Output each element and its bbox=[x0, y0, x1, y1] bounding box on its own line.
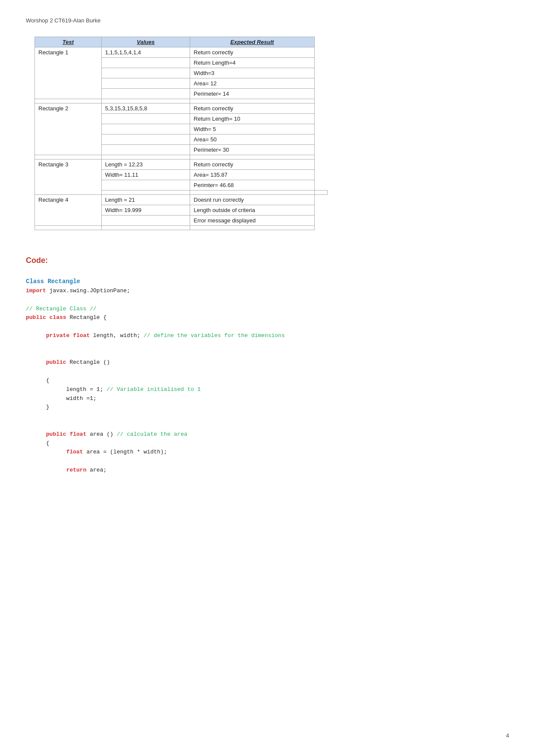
col-test: Test bbox=[35, 37, 102, 47]
table-row: Rectangle 3 Length = 12.23 Return correc… bbox=[35, 159, 328, 170]
class-rectangle-heading: Class Rectangle bbox=[26, 278, 509, 285]
code-heading: Code: bbox=[26, 256, 509, 265]
table-row-empty bbox=[35, 99, 328, 103]
test-table: Test Values Expected Result Rectangle 1 … bbox=[34, 37, 328, 230]
table-row: Rectangle 4 Length = 21 Doesnt run corre… bbox=[35, 195, 328, 205]
col-expected: Expected Result bbox=[190, 37, 314, 47]
col-values: Values bbox=[101, 37, 190, 47]
page-number: 4 bbox=[506, 732, 509, 739]
code-block: import javax.swing.JOptionPane; // Recta… bbox=[26, 287, 509, 475]
code-section: Code: Class Rectangle import javax.swing… bbox=[26, 256, 509, 475]
table-row-empty bbox=[35, 226, 328, 230]
table-row: Rectangle 2 5,3,15,3,15,8,5,8 Return cor… bbox=[35, 103, 328, 114]
table-row: Rectangle 1 1,1,5,1,5,4,1,4 Return corre… bbox=[35, 47, 328, 58]
table-row-empty bbox=[35, 155, 328, 159]
page-header: Worshop 2 CT619-Alan Burke bbox=[26, 17, 509, 24]
